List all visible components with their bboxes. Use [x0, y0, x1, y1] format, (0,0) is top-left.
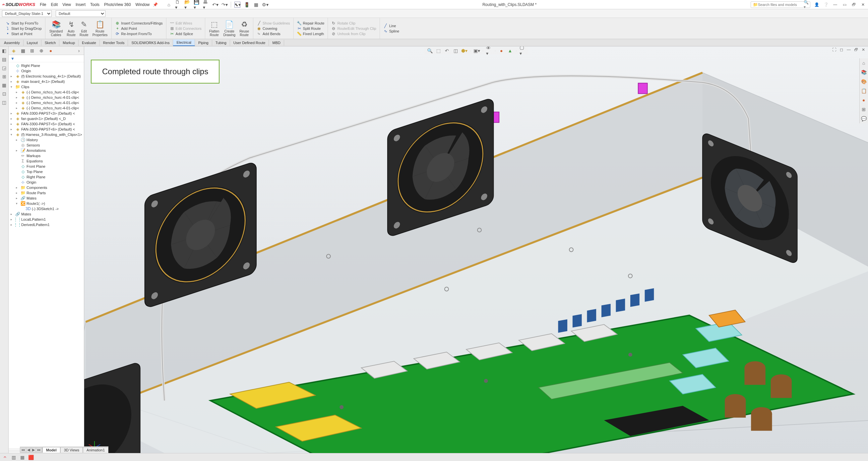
flatten-route-button[interactable]: ⬚FlattenRoute — [207, 20, 221, 37]
insert-connectors-button[interactable]: ⊕Insert Connectors/Fittings — [115, 21, 162, 26]
tree-node[interactable]: ▸🔗Mates — [9, 196, 84, 201]
nav-next-icon[interactable]: ▶ — [31, 448, 36, 452]
tree-node[interactable]: ▸⋮⋮LocalLPattern1 — [9, 217, 84, 222]
tree-node[interactable]: ▾◈(f) Harness_3-Routing_with_Clips<1> — [9, 132, 84, 137]
search-icon[interactable]: 🔍▾ — [804, 0, 809, 9]
tab-piping[interactable]: Piping — [195, 40, 212, 46]
graphics-viewport[interactable]: 🔍 ⬚ ↶ ◫ ⬢▾ · ▣▾ · 👁▾ · ● ▲ · 🖵▾ ⛶ ◻ — 🗗 … — [84, 46, 868, 453]
tree-node[interactable]: 3D(-) 3DSketch1 -> — [9, 206, 84, 211]
nav-first-icon[interactable]: ⏮ — [20, 448, 26, 452]
config-combo[interactable]: Default — [56, 10, 105, 17]
bottom-tab-3dviews[interactable]: 3D Views — [60, 447, 83, 453]
tab-evaluate[interactable]: Evaluate — [79, 40, 100, 46]
tree-node[interactable]: ▸◈fan guard<1> (Default) <_D — [9, 116, 84, 121]
minimize-icon[interactable]: — — [832, 2, 838, 8]
add-point-button[interactable]: +Add Point — [115, 26, 162, 31]
tab-addins[interactable]: SOLIDWORKS Add-Ins — [128, 40, 173, 46]
sb-viewport-icon[interactable]: ▥ — [10, 454, 17, 460]
tab-markup[interactable]: Markup — [59, 40, 79, 46]
tab-tubing[interactable]: Tubing — [212, 40, 230, 46]
create-drawing-button[interactable]: 📄CreateDrawing — [221, 20, 238, 37]
tree-node[interactable]: ✏Markups — [9, 153, 84, 158]
sb-icon-1[interactable]: ◧ — [1, 48, 7, 54]
layout1-icon[interactable]: ▭ — [841, 2, 847, 8]
route-properties-button[interactable]: 📋RouteProperties — [91, 20, 110, 37]
tree-node[interactable]: ▸◈(-) Demo_richco_hurc-4-01-clip< — [9, 105, 84, 111]
tree-body[interactable]: ◇Right Plane⊹Origin▸◈(f) Electronic hous… — [9, 62, 84, 449]
menu-view[interactable]: View — [62, 2, 71, 7]
menu-window[interactable]: Window — [135, 2, 150, 7]
tree-node[interactable]: ▸⋮⋮DerivedLPattern1 — [9, 222, 84, 227]
tree-config-icon[interactable]: ⊞ — [29, 48, 35, 54]
undo-icon[interactable]: ↶▾ — [212, 2, 218, 8]
tree-node[interactable]: ▸📝Annotations — [9, 148, 84, 153]
standard-cables-button[interactable]: 📚StandardCables — [48, 20, 65, 37]
tab-user-route[interactable]: User Defined Route — [230, 40, 269, 46]
sb-color-icon[interactable]: 🟥 — [28, 454, 34, 460]
tree-node[interactable]: ◇Right Plane — [9, 63, 84, 68]
tree-target-icon[interactable]: ⊕ — [38, 48, 44, 54]
rotate-clip-button[interactable]: ↻Rotate Clip — [331, 21, 376, 26]
pin-icon[interactable]: 📌 — [153, 2, 158, 7]
tree-display-icon[interactable]: ▦ — [20, 48, 26, 54]
tree-node[interactable]: ⊹Origin — [9, 179, 84, 185]
add-bends-button[interactable]: ⤷Add Bends — [257, 31, 290, 36]
tree-node[interactable]: ▾📁Clips — [9, 84, 84, 90]
save-icon[interactable]: 💾▾ — [194, 2, 199, 8]
tree-node[interactable]: ▸📁Components — [9, 185, 84, 190]
rvt-forum-icon[interactable]: 💬 — [860, 115, 867, 122]
home-icon[interactable]: ⌂ — [166, 2, 172, 8]
line-button[interactable]: ╱Line — [383, 24, 400, 28]
menu-tools[interactable]: Tools — [90, 2, 99, 7]
start-drag-drop-button[interactable]: ⤵Start by Drag/Drop — [5, 26, 42, 31]
menu-insert[interactable]: Insert — [75, 2, 86, 7]
sb-logo-icon[interactable]: 𝄐 — [2, 454, 8, 460]
search-box[interactable]: 📁 🔍▾ — [751, 1, 810, 8]
tree-filter[interactable]: ▼ — [9, 55, 84, 62]
search-input[interactable] — [758, 3, 804, 7]
tree-node[interactable]: ◇Top Plane — [9, 169, 84, 174]
options-icon[interactable]: ⚙▾ — [262, 2, 268, 8]
tree-node[interactable]: ▸◈(f) Electronic housing_4<1> (Default) — [9, 73, 84, 79]
tab-mbd[interactable]: MBD — [269, 40, 284, 46]
bottom-tab-animation[interactable]: Animation1 — [83, 447, 108, 453]
display-state-combo[interactable]: Default_Display State-1 — [2, 10, 52, 17]
split-route-button[interactable]: ✂Split Route — [297, 26, 324, 31]
tab-assembly[interactable]: Assembly — [1, 40, 24, 46]
reimport-button[interactable]: ⟳Re-Import From/To — [115, 31, 162, 36]
sb-icon-4[interactable]: ⊞ — [1, 73, 7, 79]
menu-edit[interactable]: Edit — [51, 2, 58, 7]
menu-file[interactable]: File — [40, 2, 46, 7]
print-icon[interactable]: 🖶▾ — [203, 2, 209, 8]
rvt-home-icon[interactable]: ⌂ — [860, 60, 867, 66]
spline-button[interactable]: ∿Spline — [383, 29, 400, 33]
rebuild-icon[interactable]: ▦ — [253, 2, 259, 8]
sb-icon-6[interactable]: ⊡ — [1, 91, 7, 97]
sb-icon-5[interactable]: ▦ — [1, 82, 7, 88]
restore-icon[interactable]: 🗗 — [851, 2, 857, 8]
tree-node[interactable]: ◇Front Plane — [9, 164, 84, 169]
bottom-tab-model[interactable]: Model — [42, 447, 60, 453]
tree-expand-icon[interactable]: › — [76, 48, 82, 54]
fixed-length-button[interactable]: 📏Fixed Length — [297, 31, 324, 36]
tree-appear-icon[interactable]: ● — [48, 48, 54, 54]
tree-node[interactable]: ▸◈main board_4<1> (Default) — [9, 79, 84, 84]
nav-last-icon[interactable]: ⏭ — [36, 448, 42, 452]
select-icon[interactable]: ⬉▾ — [235, 2, 240, 8]
tree-node[interactable]: ▸◈FAN-3300-PAPST<3> (Default) < — [9, 111, 84, 116]
tab-render-tools[interactable]: Render Tools — [100, 40, 128, 46]
tree-node[interactable]: ◇Right Plane — [9, 174, 84, 179]
tab-layout[interactable]: Layout — [24, 40, 41, 46]
tree-node[interactable]: ▸◈(-) Demo_richco_hurc-4-01-clip< — [9, 100, 84, 105]
edit-route-button[interactable]: ✎EditRoute — [78, 20, 91, 37]
sb-grid-icon[interactable]: ▦ — [19, 454, 25, 460]
tree-node[interactable]: ▸🕓History — [9, 137, 84, 142]
edit-connectors-button[interactable]: ⊞Edit Connectors — [170, 26, 202, 31]
traffic-icon[interactable]: 🚦 — [244, 2, 250, 8]
tree-node[interactable]: ▾🔀Route1( ->) — [9, 201, 84, 206]
close-icon[interactable]: ✕ — [860, 2, 866, 8]
tab-electrical[interactable]: Electrical — [173, 39, 195, 46]
edit-wires-button[interactable]: 〰Edit Wires — [170, 21, 202, 26]
nav-prev-icon[interactable]: ◀ — [26, 448, 31, 452]
tree-asm-icon[interactable]: ◈ — [10, 48, 17, 54]
